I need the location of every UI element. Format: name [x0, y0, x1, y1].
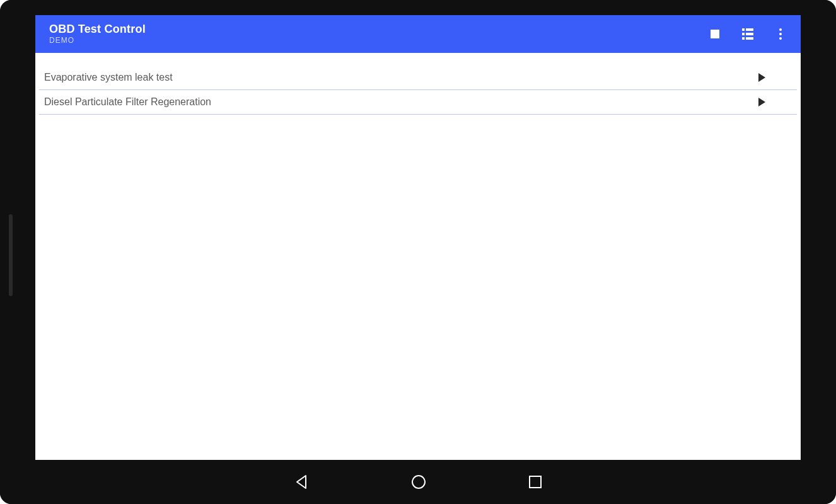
app-bar-titles: OBD Test Control DEMO [49, 23, 146, 45]
stop-icon [711, 30, 719, 38]
app-bar: OBD Test Control DEMO [35, 15, 801, 53]
test-item-label: Diesel Particulate Filter Regeneration [44, 96, 211, 108]
android-nav-bar [35, 460, 801, 504]
view-list-button[interactable] [739, 25, 757, 43]
app-title: OBD Test Control [49, 23, 146, 36]
nav-back-button[interactable] [293, 474, 310, 490]
home-icon [410, 474, 427, 490]
test-item-dpf-regeneration[interactable]: Diesel Particulate Filter Regeneration [39, 90, 797, 115]
svg-rect-1 [530, 476, 541, 488]
recent-apps-icon [528, 474, 543, 490]
app-subtitle: DEMO [49, 37, 146, 45]
tablet-frame: OBD Test Control DEMO [0, 0, 836, 504]
bezel-left [0, 0, 35, 504]
more-vert-icon [779, 28, 782, 40]
play-icon [758, 73, 765, 82]
stop-button[interactable] [706, 25, 724, 43]
nav-home-button[interactable] [410, 474, 427, 490]
overflow-menu-button[interactable] [772, 25, 789, 43]
test-item-evap-leak[interactable]: Evaporative system leak test [39, 66, 797, 90]
app-screen: OBD Test Control DEMO [35, 15, 801, 460]
test-item-label: Evaporative system leak test [44, 72, 173, 83]
test-list: Evaporative system leak test Diesel Part… [35, 53, 801, 115]
volume-rocker [9, 214, 13, 296]
play-icon [758, 98, 765, 106]
bezel-top [0, 0, 836, 15]
view-list-icon [742, 28, 753, 40]
back-icon [293, 474, 310, 490]
app-bar-actions [706, 25, 789, 43]
svg-point-0 [412, 476, 425, 488]
nav-recent-apps-button[interactable] [528, 474, 543, 490]
bezel-right [801, 0, 836, 504]
